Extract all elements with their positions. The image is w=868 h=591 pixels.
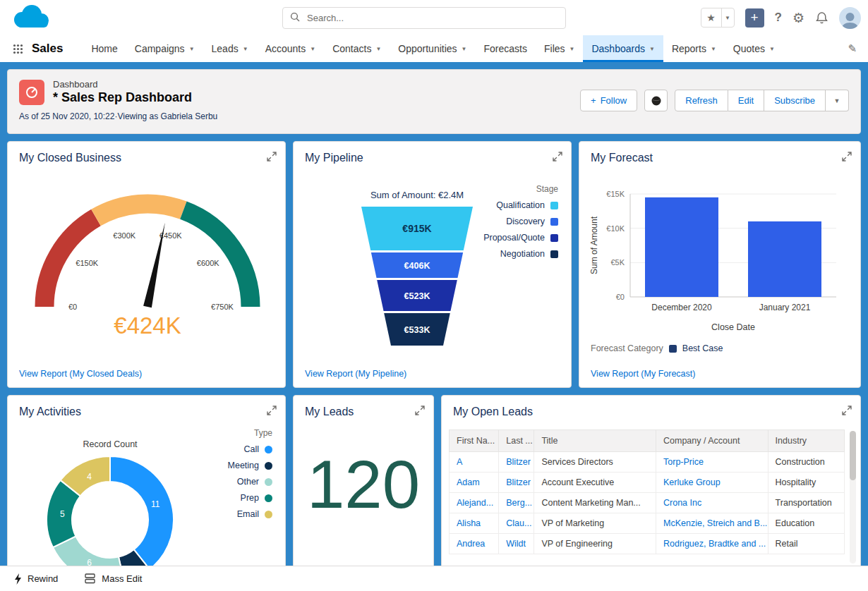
legend-item[interactable]: Prep [241, 493, 272, 503]
nav-item-files[interactable]: Files▼ [536, 35, 583, 62]
follow-button[interactable]: + Follow [580, 90, 637, 111]
plus-icon: + [591, 95, 596, 106]
app-launcher-icon[interactable] [13, 44, 23, 54]
nav-item-leads[interactable]: Leads▼ [203, 35, 257, 62]
company-link[interactable]: Crona Inc [663, 498, 701, 508]
legend-item[interactable]: Qualification [496, 200, 558, 210]
legend-swatch [265, 511, 272, 518]
company-link[interactable]: Torp-Price [663, 457, 704, 467]
expand-icon[interactable] [267, 152, 277, 162]
activities-legend: Type CallMeetingOtherPrepEmail [228, 428, 272, 519]
expand-icon[interactable] [553, 152, 562, 162]
expand-icon[interactable] [415, 406, 425, 415]
view-report-link[interactable]: View Report (My Closed Deals) [19, 369, 142, 379]
donut-chart: 11654 [15, 452, 205, 566]
more-actions-chevron[interactable]: ▼ [826, 90, 849, 111]
cell-title: VP of Engineering [534, 534, 656, 554]
forecast-legend: Forecast Category Best Case [591, 343, 723, 353]
first-link[interactable]: Adam [457, 477, 480, 487]
first-link[interactable]: A [457, 457, 462, 467]
dashboard-canvas: Dashboard * Sales Rep Dashboard As of 25… [0, 62, 868, 566]
notifications-bell-icon[interactable] [815, 11, 828, 25]
cell-company: McKenzie, Streich and B... [656, 513, 768, 534]
view-report-link[interactable]: View Report (My Pipeline) [305, 369, 406, 379]
record-type-label: Dashboard [53, 79, 192, 90]
edit-nav-pencil-icon[interactable]: ✎ [848, 42, 857, 55]
subscribe-button[interactable]: Subscribe [764, 90, 826, 111]
column-header: Industry [768, 430, 844, 452]
last-link[interactable]: Wildt [506, 539, 526, 549]
last-link[interactable]: Blitzer [506, 457, 531, 467]
favorites-star-icon[interactable]: ★ [701, 8, 721, 27]
svg-text:€0: €0 [616, 293, 625, 301]
first-link[interactable]: Andrea [457, 539, 485, 549]
nav-item-accounts[interactable]: Accounts▼ [257, 35, 325, 62]
first-link[interactable]: Alejand... [457, 498, 493, 508]
nav-item-label: Home [91, 43, 117, 54]
legend-item[interactable]: Other [237, 477, 272, 487]
nav-item-contacts[interactable]: Contacts▼ [324, 35, 390, 62]
legend-item[interactable]: Call [243, 444, 272, 454]
svg-text:€0: €0 [68, 303, 77, 311]
table-scrollbar-thumb[interactable] [850, 431, 856, 480]
share-button[interactable] [644, 90, 668, 111]
funnel-chart: €915K€406K€523K€533K [329, 207, 505, 349]
dashboard-meta: As of 25 Nov 2020, 10:22·Viewing as Gabr… [19, 111, 849, 121]
svg-text:January 2021: January 2021 [759, 303, 811, 312]
column-header: Title [534, 430, 656, 452]
nav-item-label: Files [544, 43, 565, 54]
globe-icon [651, 95, 662, 106]
view-report-link[interactable]: View Report (My Forecast) [591, 369, 695, 379]
cell-company: Torp-Price [656, 452, 768, 473]
last-link[interactable]: Blitzer [506, 477, 531, 487]
nav-item-opportunities[interactable]: Opportunities▼ [390, 35, 475, 62]
user-avatar[interactable] [839, 7, 861, 29]
expand-icon[interactable] [842, 152, 852, 162]
metric-value: 120 [294, 451, 433, 518]
last-link[interactable]: Berg... [506, 498, 532, 508]
x-axis-title: Close Date [613, 322, 853, 332]
pipeline-legend-items: QualificationDiscoveryProposal/QuoteNego… [483, 200, 558, 259]
expand-icon[interactable] [267, 406, 277, 415]
legend-item[interactable]: Email [237, 509, 272, 519]
svg-text:€915K: €915K [402, 223, 431, 234]
svg-text:€533K: €533K [404, 325, 430, 335]
global-actions-button[interactable]: + [745, 8, 764, 28]
nav-item-quotes[interactable]: Quotes▼ [725, 35, 783, 62]
legend-item[interactable]: Meeting [228, 461, 272, 470]
help-button[interactable]: ? [775, 11, 782, 25]
expand-icon[interactable] [842, 406, 852, 415]
legend-item[interactable]: Negotiation [500, 249, 558, 259]
setup-gear-icon[interactable]: ⚙ [792, 10, 804, 26]
search-input[interactable] [306, 12, 558, 24]
company-link[interactable]: McKenzie, Streich and B... [663, 518, 767, 528]
chevron-down-icon: ▼ [711, 46, 716, 52]
nav-item-dashboards[interactable]: Dashboards▼ [583, 35, 663, 62]
refresh-button[interactable]: Refresh [675, 90, 728, 111]
salesforce-logo [10, 4, 51, 34]
widget-title: My Closed Business [19, 152, 121, 164]
nav-item-reports[interactable]: Reports▼ [663, 35, 725, 62]
card-my-forecast: My Forecast €15K€10K€5K€0Sum of AmountDe… [579, 141, 861, 388]
nav-item-forecasts[interactable]: Forecasts [476, 35, 536, 62]
edit-button[interactable]: Edit [728, 90, 764, 111]
first-link[interactable]: Alisha [457, 518, 481, 528]
cell-company: Crona Inc [656, 493, 768, 513]
widget-title: My Pipeline [305, 152, 363, 164]
table-scrollbar [850, 431, 856, 563]
svg-text:Sum of Amount: Sum of Amount [589, 216, 599, 274]
column-header: Last ... [499, 430, 534, 452]
legend-item[interactable]: Discovery [506, 217, 558, 226]
nav-item-label: Forecasts [484, 43, 527, 54]
company-link[interactable]: Rodriguez, Bradtke and ... [663, 539, 766, 549]
legend-item[interactable]: Proposal/Quote [483, 233, 558, 243]
cell-title: Content Marketing Man... [534, 493, 656, 513]
mass-edit-button[interactable]: Mass Edit [85, 573, 142, 584]
nav-item-campaigns[interactable]: Campaigns▼ [126, 35, 203, 62]
dashboard-actions-group: Refresh Edit Subscribe ▼ [675, 90, 849, 111]
last-link[interactable]: Clau... [506, 518, 531, 528]
company-link[interactable]: Kerluke Group [663, 477, 721, 487]
nav-item-home[interactable]: Home [83, 35, 126, 62]
favorites-chevron-icon[interactable]: ▼ [721, 8, 734, 27]
rewind-button[interactable]: Rewind [14, 573, 58, 585]
